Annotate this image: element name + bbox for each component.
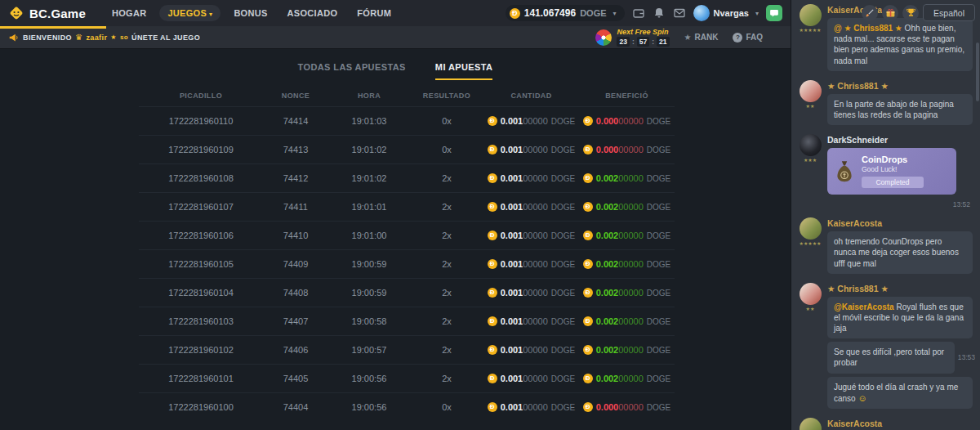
chat-username[interactable]: DarkSchneider <box>827 135 975 145</box>
doge-coin-icon: Ð <box>488 116 497 126</box>
bet-result: 2x <box>410 288 483 298</box>
spin-wheel-icon <box>595 29 612 46</box>
currency-label: DOGE <box>551 346 575 355</box>
doge-coin-icon: Ð <box>583 231 593 240</box>
doge-coin-icon: Ð <box>510 8 520 19</box>
welcome-username[interactable]: zaafir <box>86 34 107 42</box>
bet-row[interactable]: 1722281960103 74407 19:00:58 2x Ð 0.0010… <box>139 307 675 335</box>
chat-message-user-column: ★★ <box>798 283 822 410</box>
user-menu[interactable]: Nvargas ▾ <box>693 5 759 21</box>
bet-row[interactable]: 1722281960104 74408 19:00:59 2x Ð 0.0010… <box>139 278 675 307</box>
rank-label: RANK <box>695 33 719 42</box>
gift-icon[interactable] <box>882 5 898 21</box>
bet-profit: Ð 0.00200000 DOGE <box>579 231 675 240</box>
chat-bubbles: En la parte de abajo de la pagina tienes… <box>827 94 975 125</box>
coindrop-card[interactable]: CoinDrops Good Luck! Completed <box>827 148 956 195</box>
bet-result: 2x <box>410 173 483 183</box>
chat-bubbles: @KaiserAcosta Royal flush es que el móvi… <box>827 297 975 410</box>
avatar[interactable] <box>800 4 822 26</box>
chat-toggle-button[interactable] <box>766 5 782 21</box>
currency-label: DOGE <box>551 174 575 183</box>
bet-result: 2x <box>410 231 483 240</box>
free-spin-timer: 23 : 57 : 21 <box>617 37 669 47</box>
chat-username[interactable]: ★ Chriss881 ★ <box>827 81 975 91</box>
bets-table-body: 1722281960110 74414 19:01:03 0x Ð 0.0010… <box>139 106 675 421</box>
mention-link[interactable]: @ ★ Chriss881 ★ <box>834 24 902 33</box>
bet-row[interactable]: 1722281960102 74406 19:00:57 2x Ð 0.0010… <box>139 335 675 364</box>
currency-label: DOGE <box>551 289 575 298</box>
bet-row[interactable]: 1722281960110 74414 19:01:03 0x Ð 0.0010… <box>139 106 675 135</box>
user-name: Nvargas <box>714 8 749 18</box>
question-icon: ? <box>733 33 742 43</box>
bet-hash: 1722281960107 <box>139 202 263 212</box>
user-stars: ★★★ <box>804 158 817 163</box>
coindrop-completed-button[interactable]: Completed <box>862 177 924 188</box>
bet-hash: 1722281960109 <box>139 145 263 155</box>
bet-row[interactable]: 1722281960107 74411 19:01:01 2x Ð 0.0010… <box>139 192 675 221</box>
doge-coin-icon: Ð <box>488 173 497 183</box>
mention-link[interactable]: @KaiserAcosta <box>834 302 894 311</box>
doge-coin-icon: Ð <box>488 402 497 412</box>
bet-time: 19:00:59 <box>328 259 410 269</box>
bet-nonce: 74405 <box>263 374 328 383</box>
language-button[interactable]: Español <box>923 4 975 21</box>
moneybag-icon <box>834 159 855 184</box>
bet-amount: Ð 0.00100000 DOGE <box>483 288 579 298</box>
brush-icon[interactable] <box>862 5 878 21</box>
chevron-down-icon: ▾ <box>613 10 617 17</box>
logo[interactable]: BC.Game <box>8 5 86 21</box>
nav-item-asociado[interactable]: ASOCIADO <box>281 5 345 21</box>
chat-username[interactable]: ★ Chriss881 ★ <box>827 284 975 293</box>
bet-nonce: 74414 <box>263 116 328 126</box>
bell-icon[interactable] <box>653 7 666 20</box>
bet-row[interactable]: 1722281960108 74412 19:01:02 2x Ð 0.0010… <box>139 163 675 192</box>
chat-username[interactable]: KaiserAcosta <box>827 218 975 228</box>
avatar[interactable] <box>800 134 822 156</box>
chat-bubble: En la parte de abajo de la pagina tienes… <box>827 94 973 125</box>
bet-hash: 1722281960102 <box>139 345 263 355</box>
nav-item-hogar[interactable]: HOGAR <box>105 5 153 21</box>
tab-todas-las-apuestas[interactable]: TODAS LAS APUESTAS <box>298 62 406 80</box>
chat-timestamp: 13:53 <box>958 353 975 361</box>
chat-bubble: Se que es difícil ,pero total por probar <box>827 342 955 373</box>
bet-row[interactable]: 1722281960105 74409 19:00:59 2x Ð 0.0010… <box>139 249 675 278</box>
nav-item-fórum[interactable]: FÓRUM <box>350 5 398 21</box>
currency-label: DOGE <box>647 203 670 212</box>
avatar[interactable] <box>800 283 822 305</box>
bet-hash: 1722281960103 <box>139 316 263 326</box>
bet-row[interactable]: 1722281960100 74404 19:00:56 0x Ð 0.0010… <box>139 392 675 421</box>
logo-text: BC.Game <box>29 7 86 20</box>
faq-button[interactable]: ? FAQ <box>733 33 763 43</box>
nav-item-juegos[interactable]: JUEGOS▾ <box>159 5 220 21</box>
chat-bubble: @ ★ Chriss881 ★ Ohh que bien, nada mal..… <box>827 18 973 71</box>
balance-amount: 141.067496 <box>524 7 576 19</box>
bet-result: 2x <box>410 259 483 269</box>
timer-hours: 23 <box>617 37 629 47</box>
bet-time: 19:00:57 <box>328 345 410 355</box>
chat-bubbles: oh tremendo CounDrops pero nunca me deja… <box>827 231 975 274</box>
nav-item-bonus[interactable]: BONUS <box>227 5 274 21</box>
rank-button[interactable]: ★ RANK <box>684 33 719 42</box>
doge-coin-icon: Ð <box>488 374 497 383</box>
balance-selector[interactable]: Ð 141.067496 DOGE ▾ <box>506 5 625 21</box>
doge-coin-icon: Ð <box>488 231 497 240</box>
avatar[interactable] <box>800 80 822 102</box>
bet-row[interactable]: 1722281960101 74405 19:00:56 2x Ð 0.0010… <box>139 364 675 392</box>
tab-mi-apuesta[interactable]: MI APUESTA <box>435 62 493 80</box>
chat-text: En la parte de abajo de la pagina tienes… <box>834 100 954 119</box>
bet-row[interactable]: 1722281960106 74410 19:01:00 2x Ð 0.0010… <box>139 221 675 249</box>
bet-profit: Ð 0.00200000 DOGE <box>579 345 675 355</box>
mail-icon[interactable] <box>673 7 686 20</box>
bet-row[interactable]: 1722281960109 74413 19:01:02 0x Ð 0.0010… <box>139 135 675 163</box>
currency-label: DOGE <box>551 146 575 155</box>
avatar[interactable] <box>800 217 822 240</box>
wallet-icon[interactable] <box>632 7 645 20</box>
welcome-banner: BIENVENIDO ♛ zaafir ★ so ÚNETE AL JUEGO … <box>0 26 791 49</box>
trophy-icon[interactable] <box>902 5 919 21</box>
free-spin-widget[interactable]: Next Free Spin 23 : 57 : 21 <box>595 28 669 47</box>
chat-username[interactable]: KaiserAcosta <box>827 419 975 428</box>
bet-result: 0x <box>410 402 483 412</box>
avatar[interactable] <box>800 418 822 430</box>
bet-nonce: 74412 <box>263 173 328 183</box>
chat-scrollbar[interactable] <box>976 43 979 101</box>
